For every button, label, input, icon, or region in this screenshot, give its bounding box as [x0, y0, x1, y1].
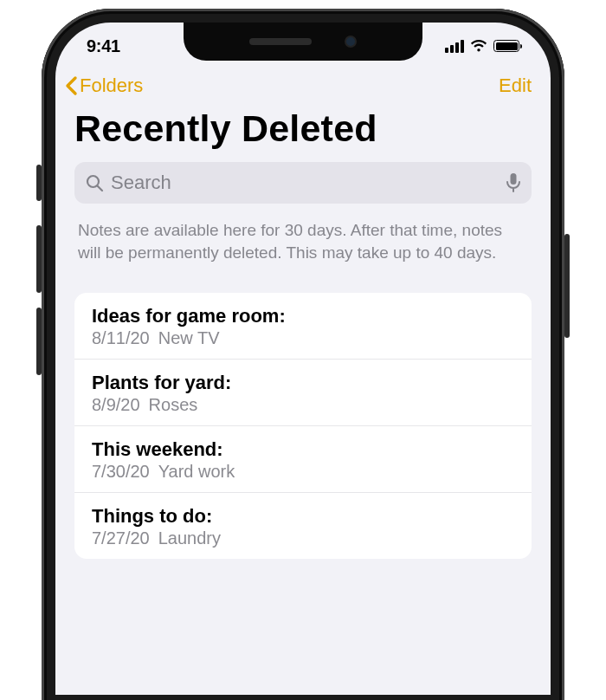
info-text: Notes are available here for 30 days. Af…: [55, 204, 551, 293]
back-label: Folders: [80, 75, 143, 97]
back-button[interactable]: Folders: [64, 75, 143, 97]
power-button: [564, 234, 570, 338]
note-title: Plants for yard:: [92, 372, 514, 394]
note-title: This weekend:: [92, 438, 514, 461]
front-camera: [345, 36, 357, 48]
edit-button[interactable]: Edit: [499, 75, 532, 97]
speaker-grille: [249, 38, 312, 45]
battery-icon: [493, 40, 519, 52]
microphone-icon[interactable]: [506, 172, 521, 193]
nav-bar: Folders Edit: [55, 69, 551, 100]
note-subtitle: 7/30/20Yard work: [92, 462, 514, 482]
phone-frame: 9:41 Folders Edit Recently Deleted: [42, 9, 564, 700]
screen: 9:41 Folders Edit Recently Deleted: [55, 23, 551, 695]
wifi-icon: [470, 39, 487, 53]
list-item[interactable]: This weekend: 7/30/20Yard work: [74, 426, 532, 493]
note-subtitle: 7/27/20Laundry: [92, 528, 514, 548]
status-icons: [445, 39, 519, 53]
notes-list: Ideas for game room: 8/11/20New TV Plant…: [74, 293, 532, 559]
note-subtitle: 8/9/20Roses: [92, 395, 514, 415]
search-icon: [85, 173, 104, 192]
svg-rect-2: [511, 173, 517, 185]
list-item[interactable]: Ideas for game room: 8/11/20New TV: [74, 293, 532, 360]
note-title: Things to do:: [92, 505, 514, 528]
silent-switch: [36, 165, 42, 201]
svg-line-1: [98, 186, 103, 191]
note-subtitle: 8/11/20New TV: [92, 328, 514, 348]
volume-up-button: [36, 225, 42, 293]
cellular-signal-icon: [445, 40, 464, 53]
chevron-left-icon: [64, 75, 80, 97]
list-item[interactable]: Things to do: 7/27/20Laundry: [74, 493, 532, 559]
volume-down-button: [36, 308, 42, 375]
list-item[interactable]: Plants for yard: 8/9/20Roses: [74, 360, 532, 426]
search-placeholder: Search: [111, 172, 499, 194]
status-time: 9:41: [87, 36, 120, 56]
page-title: Recently Deleted: [55, 100, 551, 162]
note-title: Ideas for game room:: [92, 305, 514, 327]
search-input[interactable]: Search: [74, 162, 532, 204]
notch: [184, 23, 422, 61]
